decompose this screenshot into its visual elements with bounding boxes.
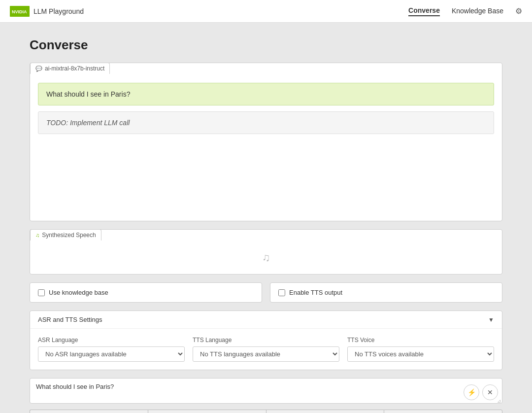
tts-output-checkbox-panel: Enable TTS output	[270, 282, 502, 303]
tts-voice-label: TTS Voice	[347, 337, 494, 344]
send-button[interactable]: ⚡	[464, 384, 479, 400]
nvidia-logo-icon: NVIDIA	[10, 6, 30, 17]
main-content: Converse 💬 ai-mixtral-8x7b-instruct What…	[0, 23, 532, 413]
speech-tab-icon: ♫	[35, 232, 39, 238]
chat-tab-icon: 💬	[35, 66, 42, 72]
settings-header-label: ASR and TTS Settings	[38, 316, 102, 323]
show-context-button[interactable]: Show Context	[384, 410, 502, 413]
music-note-icon: ♫	[262, 251, 270, 264]
settings-body: ASR Language No ASR languages available …	[30, 329, 502, 370]
tts-voice-field: TTS Voice No TTS voices available	[347, 337, 494, 362]
close-icon: ✕	[487, 388, 493, 396]
speech-panel-tab: ♫ Synthesized Speech	[30, 229, 101, 241]
app-name: LLM Playground	[33, 7, 84, 15]
asr-language-select[interactable]: No ASR languages available	[38, 346, 185, 362]
page-title: Converse	[30, 37, 502, 53]
tts-language-select[interactable]: No TTS languages available	[193, 346, 339, 362]
assistant-message: TODO: Implement LLM call	[38, 111, 494, 134]
asr-language-label: ASR Language	[38, 337, 185, 344]
clear-history-button[interactable]: Clear History	[266, 410, 384, 413]
tts-language-field: TTS Language No TTS languages available	[193, 337, 339, 362]
tts-output-checkbox[interactable]	[278, 289, 285, 296]
svg-text:NVIDIA: NVIDIA	[12, 9, 27, 14]
knowledge-base-checkbox[interactable]	[38, 289, 45, 296]
send-icon: ⚡	[467, 388, 476, 396]
chat-panel-tab: 💬 ai-mixtral-8x7b-instruct	[30, 63, 110, 74]
chat-tab-label: ai-mixtral-8x7b-instruct	[45, 65, 104, 72]
settings-collapse-arrow-icon: ▼	[488, 316, 494, 323]
tts-voice-select[interactable]: No TTS voices available	[347, 346, 494, 362]
clear-input-button[interactable]: ✕	[482, 384, 498, 400]
message-input-area: ⊿ ⚡ ✕	[30, 378, 502, 404]
asr-language-field: ASR Language No ASR languages available	[38, 337, 185, 362]
checkbox-row: Use knowledge base Enable TTS output	[30, 282, 502, 303]
settings-panel-header[interactable]: ASR and TTS Settings ▼	[30, 311, 502, 329]
tts-language-label: TTS Language	[193, 337, 339, 344]
nav-knowledge-base[interactable]: Knowledge Base	[452, 7, 503, 16]
message-input[interactable]	[36, 382, 461, 400]
asr-tts-settings-panel: ASR and TTS Settings ▼ ASR Language No A…	[30, 310, 502, 370]
chat-messages-area: What should I see in Paris? TODO: Implem…	[30, 63, 502, 221]
knowledge-base-label[interactable]: Use knowledge base	[49, 289, 108, 296]
header-nav: Converse Knowledge Base ⚙	[408, 6, 522, 16]
clear-button[interactable]: Clear	[148, 410, 266, 413]
resize-handle-icon: ⊿	[497, 398, 501, 402]
tts-output-label[interactable]: Enable TTS output	[289, 289, 342, 296]
action-buttons-row: Submit Clear Clear History Show Context	[30, 410, 502, 413]
settings-icon[interactable]: ⚙	[515, 6, 522, 16]
header: NVIDIA LLM Playground Converse Knowledge…	[0, 0, 532, 23]
submit-button[interactable]: Submit	[30, 410, 148, 413]
knowledge-base-checkbox-panel: Use knowledge base	[30, 282, 262, 303]
logo-area: NVIDIA LLM Playground	[10, 6, 84, 17]
user-message: What should I see in Paris?	[38, 83, 494, 105]
nav-converse[interactable]: Converse	[408, 6, 440, 16]
chat-panel: 💬 ai-mixtral-8x7b-instruct What should I…	[30, 63, 502, 221]
speech-panel: ♫ Synthesized Speech ♫	[30, 229, 502, 275]
speech-tab-label: Synthesized Speech	[42, 232, 96, 239]
